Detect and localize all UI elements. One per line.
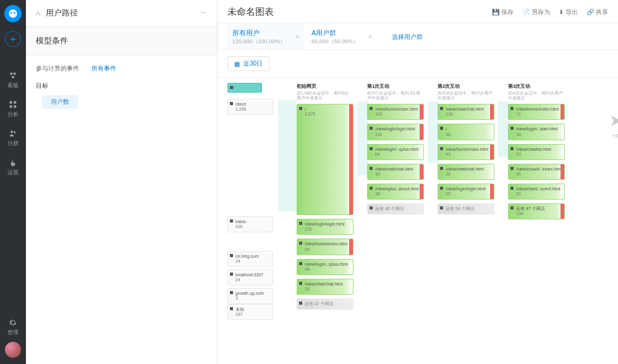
events-selector[interactable]: 所有事件 (91, 64, 116, 73)
path-node[interactable]: 还有 47 个网页104 (508, 203, 565, 219)
path-node[interactable]: /view/login/login.html131 (367, 124, 424, 140)
save-button[interactable]: 💾 保存 (492, 8, 514, 17)
nav-manage[interactable]: 管理 (0, 313, 26, 342)
column-sub: 在619次会话中，有87次用户中途离开 (438, 91, 494, 100)
svg-rect-8 (10, 105, 12, 108)
path-node[interactable]: /view/login/login.html25 (438, 184, 494, 200)
date-row: ▦ 近30日 (218, 50, 618, 78)
tab-all-users[interactable]: 所有用户 120,000（100.00%） × (225, 23, 304, 49)
chevron-down-icon[interactable]: ﹀ (200, 9, 207, 18)
tab-cohort-a[interactable]: A用户群 60,000（50.00%） × (304, 23, 377, 49)
path-node[interactable]: /view/login/..splus.html48 (297, 259, 353, 275)
nav-dashboard[interactable]: 看板 (0, 66, 26, 95)
more-steps-label: +2步 (612, 132, 618, 139)
path-node[interactable]: /view/login/..splus.html64 (367, 144, 424, 160)
flame-icon (8, 158, 18, 167)
source-node[interactable]: localhost:328724 (227, 269, 273, 286)
close-icon[interactable]: × (295, 33, 299, 40)
date-range-picker[interactable]: ▦ 近30日 (227, 56, 269, 71)
metric-chip[interactable]: 用户数 (42, 95, 78, 109)
cohort-tabs: 所有用户 120,000（100.00%） × A用户群 60,000（50.0… (218, 23, 618, 50)
users-icon (8, 129, 18, 138)
path-node[interactable]: /view/home/index.html45 (297, 239, 353, 255)
path-node[interactable]: /1,075 (297, 104, 353, 215)
metric-head: 目标 (36, 82, 207, 90)
source-node[interactable]: cn.bing.com24 (227, 251, 273, 267)
save-as-button[interactable]: 📄 另存为 (522, 8, 550, 17)
path-node[interactable]: /view/login/login.html233 (297, 219, 353, 235)
path-node[interactable]: /view/chat/chat.html38 (297, 279, 353, 295)
path-node[interactable]: /view/home/index.html183 (367, 104, 424, 120)
path-icon: ⑃ (36, 9, 41, 18)
column-sub: 在977次会话中，有413次用户中途离开 (367, 91, 424, 100)
nav-analysis[interactable]: 分析 (0, 95, 26, 124)
svg-point-10 (11, 130, 13, 133)
sankey-chart: 0direct1,208baidu426cn.bing.com24localho… (218, 78, 618, 364)
path-node[interactable]: /view/chat/chat.html48 (367, 164, 424, 180)
tab-label: A用户群 (311, 28, 358, 38)
next-step-arrow[interactable]: ➤ (609, 111, 618, 130)
close-icon[interactable]: × (368, 33, 372, 40)
tab-label: 选择用户群 (392, 33, 423, 41)
events-label: 参与计算的事件 (36, 64, 79, 73)
source-node[interactable]: direct1,208 (227, 99, 273, 115)
source-node[interactable]: baidu426 (227, 216, 273, 232)
tab-label: 所有用户 (232, 28, 286, 38)
nav-cohort[interactable]: 分群 (0, 124, 26, 153)
nav-label: 分析 (7, 111, 19, 119)
calendar-icon: ▦ (234, 61, 240, 67)
column-title: 第1次互动 (367, 83, 424, 90)
column-sub: 在432次会话中，有67次用户中途离开 (508, 91, 565, 100)
tab-sub: 120,000（100.00%） (232, 38, 286, 46)
path-node[interactable]: 还有 47 个网页 (297, 298, 353, 310)
start-node[interactable]: 0 (227, 83, 262, 93)
top-actions: 💾 保存 📄 另存为 ⬇ 导出 🔗 共享 (492, 8, 608, 17)
nav-label: 看板 (7, 82, 19, 90)
svg-point-2 (14, 12, 15, 14)
column-sub: 在1,482次会话中，有476次用户中途离开 (297, 91, 353, 100)
chart-title[interactable]: 未命名图表 (227, 6, 274, 18)
column-title: 第3次互动 (508, 83, 565, 90)
config-body: 参与计算的事件 所有事件 目标 用户数 (26, 56, 217, 117)
tab-sub: 60,000（50.00%） (311, 38, 358, 46)
svg-point-3 (10, 72, 12, 75)
dashboard-icon (8, 70, 18, 80)
user-avatar[interactable] (5, 342, 21, 358)
svg-rect-7 (14, 101, 16, 104)
source-node[interactable]: growth.qq.com3 (227, 288, 273, 304)
add-button[interactable]: ＋ (5, 31, 21, 47)
export-button[interactable]: ⬇ 导出 (559, 8, 578, 17)
svg-point-4 (14, 72, 16, 75)
source-node[interactable]: 未知187 (227, 304, 273, 320)
svg-point-11 (14, 131, 15, 133)
nav-label: 分群 (7, 140, 19, 148)
path-node[interactable]: /view/chat/chat.html118 (438, 104, 494, 120)
path-node[interactable]: /view/chart/..event.html22 (508, 184, 565, 200)
app-logo-icon[interactable] (4, 5, 22, 22)
share-button[interactable]: 🔗 共享 (586, 8, 608, 17)
path-node[interactable]: /view/splus..about.html30 (367, 184, 424, 200)
svg-rect-9 (14, 105, 16, 108)
column-title: 第2次互动 (438, 83, 494, 90)
path-node[interactable]: 还有 40 个网页 (367, 203, 424, 214)
path-node[interactable]: /38 (438, 124, 494, 140)
path-node[interactable]: 还有 54 个网页 (438, 203, 494, 214)
main-area: 未命名图表 💾 保存 📄 另存为 ⬇ 导出 🔗 共享 所有用户 120,000（… (218, 0, 618, 364)
svg-point-5 (12, 76, 14, 78)
tab-select-cohort[interactable]: 选择用户群 (377, 23, 441, 49)
config-header[interactable]: ⑃ 用户路径 ﹀ (26, 0, 217, 27)
path-node[interactable]: /view/home/index.html43 (438, 144, 494, 160)
path-node[interactable]: /view/crowd/..index.html26 (508, 164, 565, 180)
nav-rail: ＋ 看板 分析 分群 运营 管理 (0, 0, 26, 364)
nav-operate[interactable]: 运营 (0, 153, 26, 182)
config-title: 用户路径 (46, 7, 78, 19)
path-node[interactable]: /view/chat/list.html53 (508, 144, 565, 160)
path-node[interactable]: /view/home/index.html71 (508, 104, 565, 120)
path-node[interactable]: /view/login/..start.html38 (508, 124, 565, 140)
config-panel: ⑃ 用户路径 ﹀ 模型条件 参与计算的事件 所有事件 目标 用户数 (26, 0, 218, 364)
path-node[interactable]: /view/chat/chat.html29 (438, 164, 494, 180)
svg-rect-6 (10, 101, 12, 104)
grid-icon (8, 99, 18, 109)
svg-point-1 (11, 12, 12, 14)
date-label: 近30日 (243, 59, 263, 68)
